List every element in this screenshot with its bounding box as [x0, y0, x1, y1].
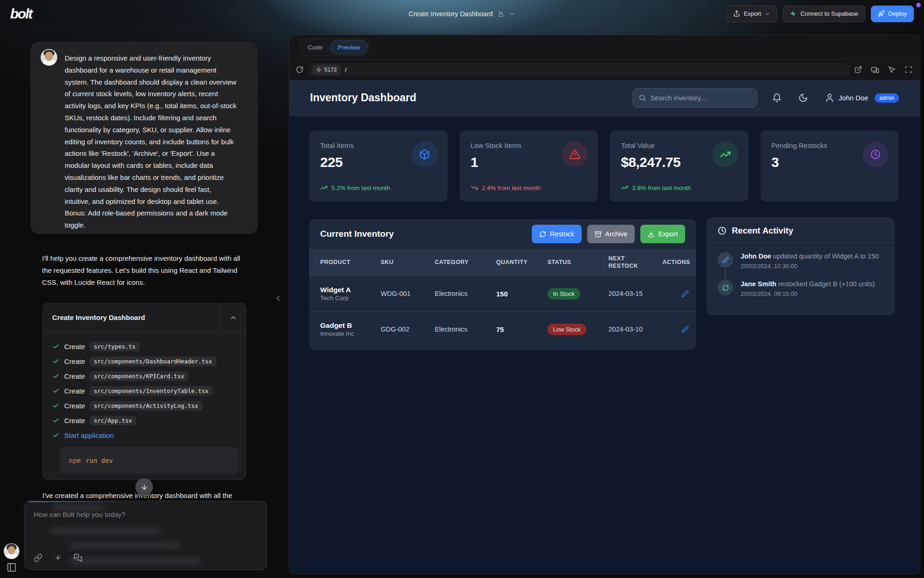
export-data-button[interactable]: Export: [640, 225, 685, 243]
chat-icon[interactable]: [73, 553, 82, 562]
export-label: Export: [744, 10, 761, 17]
project-title-group[interactable]: Create Inventory Dashboard: [408, 0, 515, 28]
link-icon[interactable]: [34, 553, 43, 562]
export-button[interactable]: Export: [726, 6, 778, 22]
activity-timestamp: 20/02/2024, 09:15:00: [741, 290, 875, 297]
dashboard-title: Inventory Dashboard: [310, 92, 416, 104]
product-name: Gadget B: [320, 321, 352, 329]
dark-mode-toggle-icon[interactable]: [798, 93, 808, 103]
check-icon: [52, 357, 60, 365]
tab-code[interactable]: Code: [300, 40, 330, 54]
file-path-chip[interactable]: src/components/ActivityLog.tsx: [90, 401, 202, 411]
file-path-chip[interactable]: src/types.ts: [90, 342, 140, 351]
search-icon: [638, 94, 646, 102]
user-icon: [825, 93, 834, 103]
user-menu[interactable]: John Doe admin: [825, 93, 899, 103]
blurred-text: [70, 542, 181, 549]
inventory-search[interactable]: [632, 88, 757, 108]
inventory-search-input[interactable]: [650, 94, 743, 102]
file-action-row: Create src/types.ts: [52, 339, 237, 354]
quantity-cell[interactable]: 75: [496, 326, 547, 333]
file-action-label: Create: [64, 343, 85, 350]
connect-label: Connect to Supabase: [800, 10, 858, 17]
address-bar[interactable]: 5173 /: [308, 63, 850, 77]
file-path-chip[interactable]: src/components/InventoryTable.tsx: [90, 386, 213, 396]
activity-item: John Doe updated quantity of Widget A to…: [717, 252, 884, 270]
activity-title: Recent Activity: [732, 226, 793, 236]
port-number: 5173: [324, 67, 337, 73]
upload-icon: [733, 10, 740, 17]
file-path-chip[interactable]: src/App.tsx: [90, 416, 136, 425]
download-icon: [648, 231, 655, 238]
inspect-cursor-icon[interactable]: [888, 66, 896, 74]
user-prompt-text: Design a responsive and user-friendly in…: [65, 50, 237, 231]
refresh-icon: [717, 280, 733, 295]
archive-button[interactable]: Archive: [587, 225, 635, 243]
archive-icon: [595, 231, 602, 238]
edit-icon[interactable]: [681, 290, 689, 297]
check-icon: [52, 372, 60, 380]
collapse-chat-chevron[interactable]: [274, 294, 282, 302]
devices-icon[interactable]: [871, 66, 879, 74]
restock-button[interactable]: Restock: [532, 225, 581, 243]
quantity-cell[interactable]: 150: [496, 290, 547, 298]
file-path-chip[interactable]: src/components/DashboardHeader.tsx: [90, 357, 216, 366]
next-restock-cell: 2024-03-10: [608, 326, 663, 333]
supabase-bolt-icon: [790, 10, 796, 17]
activity-action: updated quantity of Widget A to 150: [771, 252, 879, 260]
chevron-down-icon[interactable]: [509, 11, 516, 17]
preview-viewport: Inventory Dashboard John Doe admin Total…: [289, 80, 920, 574]
activity-action: restocked Gadget B (+100 units): [776, 280, 875, 288]
command-args: run dev: [85, 457, 113, 464]
edit-icon[interactable]: [681, 326, 689, 333]
category-cell: Electronics: [435, 326, 496, 333]
kpi-trend: 3.8% from last month: [621, 184, 691, 191]
blurred-text: [50, 527, 161, 535]
sidebar-toggle-icon[interactable]: [6, 562, 17, 572]
scroll-down-button[interactable]: [135, 478, 153, 496]
port-chip[interactable]: 5173: [312, 65, 340, 75]
user-avatar-small[interactable]: [4, 543, 19, 559]
preview-toolbar: 5173 /: [289, 60, 920, 80]
file-action-label: Create: [64, 402, 85, 410]
connect-supabase-button[interactable]: Connect to Supabase: [783, 6, 865, 22]
bell-icon[interactable]: [772, 93, 782, 103]
dashboard-header: Inventory Dashboard John Doe admin: [289, 80, 920, 116]
file-action-row: Create src/components/InventoryTable.tsx: [52, 383, 237, 398]
clock-icon: [863, 141, 888, 167]
current-inventory-card: Current Inventory Restock Archive Export: [309, 219, 696, 350]
open-external-icon[interactable]: [854, 66, 862, 74]
view-tabs-row: Code Preview: [289, 35, 920, 60]
check-icon: [52, 402, 60, 409]
sparkles-icon[interactable]: [54, 553, 62, 562]
actions-panel-header[interactable]: Create Inventory Dashboard: [43, 303, 246, 332]
start-application-link[interactable]: Start application: [64, 431, 114, 439]
recent-activity-card: Recent Activity John Doe updated quantit…: [706, 217, 895, 315]
url-path: /: [345, 66, 347, 73]
column-header: PRODUCT: [320, 259, 381, 265]
table-row: Gadget BInnovate Inc GDG-002 Electronics…: [309, 311, 696, 347]
file-action-row: Create src/App.tsx: [52, 413, 237, 428]
reload-icon[interactable]: [296, 66, 304, 74]
trending-down-icon: [471, 184, 478, 191]
supplier-name: Tech Corp: [320, 295, 349, 301]
file-path-chip[interactable]: src/components/KPICard.tsx: [90, 371, 188, 381]
kpi-trend: 5.2% from last month: [320, 184, 390, 191]
file-action-label: Create: [64, 417, 85, 424]
package-icon: [412, 141, 438, 167]
deploy-button[interactable]: Deploy: [871, 6, 914, 22]
category-cell: Electronics: [435, 290, 496, 297]
chat-input[interactable]: [34, 510, 255, 518]
rocket-icon: [878, 10, 885, 17]
column-header: QUANTITY: [496, 259, 547, 265]
bolt-logo[interactable]: bolt: [10, 6, 32, 22]
pencil-icon: [717, 252, 733, 268]
fullscreen-icon[interactable]: [905, 66, 912, 74]
file-action-row: Create src/components/DashboardHeader.ts…: [52, 354, 237, 369]
chevron-up-icon[interactable]: [220, 303, 246, 332]
tab-preview[interactable]: Preview: [330, 40, 368, 54]
chat-input-panel: [24, 501, 267, 570]
user-name: John Doe: [839, 94, 868, 102]
column-header: CATEGORY: [435, 259, 496, 265]
status-badge: In Stock: [547, 288, 580, 300]
